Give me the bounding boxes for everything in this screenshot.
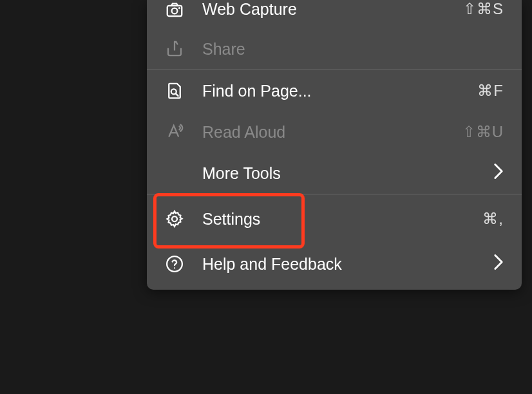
gear-icon [165,209,202,229]
menu-item-web-capture[interactable]: Web Capture ⇧⌘S [147,0,522,28]
menu-item-shortcut: ⌘F [477,82,504,100]
camera-icon [165,0,202,19]
svg-point-1 [172,8,178,14]
menu-item-shortcut: ⇧⌘U [462,123,504,141]
menu-item-help-feedback[interactable]: Help and Feedback [147,243,522,285]
menu-item-label: Settings [202,210,482,229]
menu-item-settings[interactable]: Settings ⌘, [147,194,522,243]
menu-item-label: Read Aloud [202,123,462,142]
menu-item-label: Help and Feedback [202,255,493,274]
share-icon [165,39,202,59]
menu-item-shortcut: ⌘, [482,210,504,228]
menu-item-shortcut: ⇧⌘S [463,0,504,18]
svg-point-4 [172,216,177,221]
menu-item-find-on-page[interactable]: Find on Page... ⌘F [147,70,522,111]
menu-item-share[interactable]: Share [147,28,522,70]
read-aloud-icon [165,122,202,142]
context-menu: Web Capture ⇧⌘S Share Find on Page... ⌘F [147,0,522,290]
chevron-right-icon [493,254,504,274]
menu-item-label: Share [202,40,504,59]
find-icon [165,81,202,100]
menu-item-label: Find on Page... [202,82,477,100]
help-icon [165,254,202,274]
svg-point-6 [174,267,175,268]
menu-item-more-tools[interactable]: More Tools [147,153,522,194]
chevron-right-icon [493,163,504,183]
menu-item-read-aloud[interactable]: Read Aloud ⇧⌘U [147,111,522,153]
menu-item-label: Web Capture [202,0,463,19]
menu-item-label: More Tools [202,164,493,183]
svg-point-2 [179,8,180,8]
